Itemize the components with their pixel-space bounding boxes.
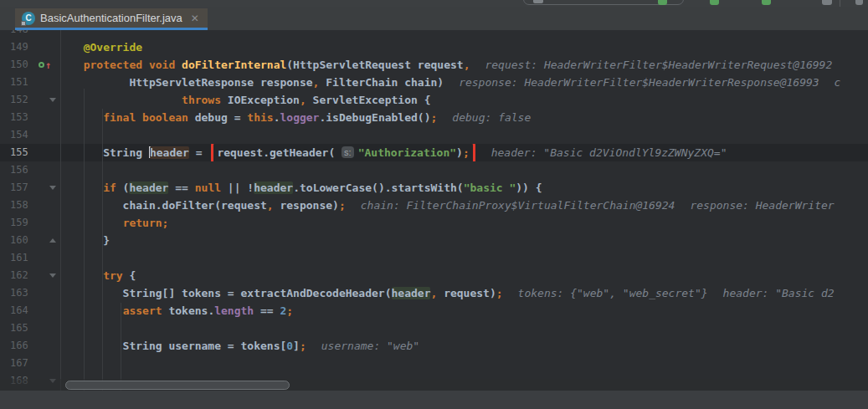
highlighted-identifier: header xyxy=(254,181,293,194)
code-token: logger xyxy=(280,111,319,124)
code-rows: 148149 @Override150↑ protected void doFi… xyxy=(0,30,868,390)
code-line[interactable]: 159 return; xyxy=(0,214,868,232)
line-number[interactable]: 159 xyxy=(0,214,37,232)
toolbar-misc-icon[interactable] xyxy=(822,0,832,5)
code-line[interactable]: 153 final boolean debug = this.logger.is… xyxy=(0,109,868,126)
code-text: throws IOException, ServletException { xyxy=(60,91,868,109)
code-text xyxy=(60,126,868,144)
code-token: HttpServletResponse response xyxy=(70,76,313,89)
line-number[interactable]: 166 xyxy=(0,337,37,355)
line-number[interactable]: 162 xyxy=(0,267,37,284)
code-token: return xyxy=(123,217,162,229)
close-icon[interactable]: ✕ xyxy=(191,13,199,24)
code-text: try { xyxy=(60,267,868,284)
line-number[interactable]: 154 xyxy=(0,126,37,144)
fold-region-start-icon[interactable] xyxy=(49,186,56,190)
gutter-marks xyxy=(37,320,60,337)
line-number[interactable]: 167 xyxy=(0,355,37,372)
debugger-inline-value: tokens: {"web", "web_secret"} xyxy=(518,287,708,299)
code-text: if (header == null || !header.toLowerCas… xyxy=(60,179,868,197)
toolbar-misc-icon-2[interactable] xyxy=(855,0,863,5)
code-line[interactable]: 158 chain.doFilter(request, response);ch… xyxy=(0,197,868,214)
horizontal-scrollbar-thumb[interactable] xyxy=(65,381,290,390)
code-token: ; xyxy=(162,217,169,229)
line-number[interactable]: 161 xyxy=(0,249,37,267)
line-number[interactable]: 151 xyxy=(0,74,37,91)
fold-region-end-icon[interactable] xyxy=(49,238,56,243)
code-line[interactable]: 162 try { xyxy=(0,267,868,284)
line-number[interactable]: 153 xyxy=(0,109,37,126)
code-line[interactable]: 164 assert tokens.length == 2; xyxy=(0,302,868,320)
code-editor[interactable]: 148149 @Override150↑ protected void doFi… xyxy=(0,30,868,391)
code-token: 0 xyxy=(286,340,293,352)
debug-button-icon[interactable] xyxy=(710,0,719,5)
line-number[interactable]: 163 xyxy=(0,284,37,302)
gutter-marks xyxy=(37,302,60,320)
code-token: , xyxy=(464,59,470,71)
line-number[interactable]: 164 xyxy=(0,302,37,320)
tab-basicauthenticationfilter[interactable]: C BasicAuthenticationFilter.java ✕ xyxy=(15,8,208,28)
code-token: ; xyxy=(300,340,306,352)
line-number[interactable]: 165 xyxy=(0,320,37,337)
code-text: @Override xyxy=(60,38,868,56)
gutter-marks xyxy=(37,126,60,144)
code-line[interactable]: 156 xyxy=(0,161,868,179)
code-token: String[] tokens = extractAndDecodeHeader… xyxy=(70,287,392,299)
code-token xyxy=(70,111,103,124)
gutter-marks xyxy=(37,249,60,267)
debugger-inline-value: debug: false xyxy=(452,111,531,124)
code-token: "Authorization" xyxy=(358,146,456,159)
code-text xyxy=(60,320,868,337)
code-line[interactable]: 149 @Override xyxy=(0,38,868,56)
code-line[interactable]: 155 String header = request.getHeader( s… xyxy=(0,144,868,161)
line-number[interactable]: 157 xyxy=(0,179,37,197)
code-token: this xyxy=(247,111,273,124)
run-button-icon[interactable] xyxy=(658,0,667,5)
code-line[interactable]: 161 xyxy=(0,249,868,267)
fold-region-start-icon[interactable] xyxy=(49,274,56,278)
debugger-inline-value: header: "Basic d2ViOndlYl9zZWNyZXQ=" xyxy=(491,146,727,159)
line-number[interactable]: 156 xyxy=(0,161,37,179)
code-text: String header = request.getHeader( s:"Au… xyxy=(60,144,868,161)
highlighted-identifier: header xyxy=(150,146,189,159)
code-line[interactable]: 154 xyxy=(0,126,868,144)
override-arrow-icon[interactable]: ↑ xyxy=(45,61,51,69)
code-text xyxy=(60,249,868,267)
line-number[interactable]: 152 xyxy=(0,91,37,109)
code-token: || ! xyxy=(221,181,254,194)
code-token: ) xyxy=(456,146,463,159)
code-token: ; xyxy=(463,146,470,159)
line-number[interactable]: 150 xyxy=(0,56,37,74)
code-token: == xyxy=(168,181,194,194)
debugger-inline-value: c xyxy=(835,76,841,89)
code-line[interactable]: 148 xyxy=(0,30,868,38)
gutter-marks xyxy=(37,197,60,214)
code-token: } xyxy=(70,234,110,247)
code-line[interactable]: 167 xyxy=(0,355,868,372)
debugger-inline-value: request: HeaderWriterFilter$HeaderWriter… xyxy=(485,59,832,71)
code-line[interactable]: 166 String username = tokens[0];username… xyxy=(0,337,868,355)
line-number[interactable]: 158 xyxy=(0,197,37,214)
code-text: String[] tokens = extractAndDecodeHeader… xyxy=(60,284,868,302)
code-line[interactable]: 165 xyxy=(0,320,868,337)
line-number[interactable]: 148 xyxy=(0,30,37,38)
code-line[interactable]: 152 throws IOException, ServletException… xyxy=(0,91,868,109)
line-number[interactable]: 160 xyxy=(0,232,37,249)
coverage-button-icon[interactable] xyxy=(762,0,771,5)
code-line[interactable]: 160 } xyxy=(0,232,868,249)
code-token: == xyxy=(254,304,280,317)
code-line[interactable]: 150↑ protected void doFilterInternal(Htt… xyxy=(0,56,868,74)
code-line[interactable]: 163 String[] tokens = extractAndDecodeHe… xyxy=(0,284,868,302)
code-line[interactable]: 151 HttpServletResponse response, Filter… xyxy=(0,74,868,91)
code-token: FilterChain chain) xyxy=(319,76,444,89)
overriding-method-icon[interactable] xyxy=(39,62,44,68)
fold-region-start-icon[interactable] xyxy=(49,98,56,102)
code-token: debug = xyxy=(188,111,247,124)
code-token: ( xyxy=(116,181,130,194)
line-number[interactable]: 149 xyxy=(0,38,37,56)
debugger-inline-value: response: HeaderWriter xyxy=(690,199,834,212)
line-number[interactable]: 155 xyxy=(0,144,37,161)
code-text: final boolean debug = this.logger.isDebu… xyxy=(60,109,868,126)
gutter-marks xyxy=(37,179,60,197)
code-line[interactable]: 157 if (header == null || !header.toLowe… xyxy=(0,179,868,197)
